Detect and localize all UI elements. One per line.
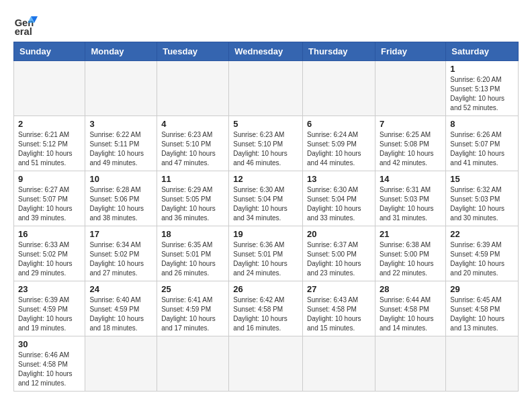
calendar-cell: 12Sunrise: 6:30 AM Sunset: 5:04 PM Dayli… <box>229 171 303 226</box>
day-info: Sunrise: 6:40 AM Sunset: 4:59 PM Dayligh… <box>89 295 152 333</box>
calendar-cell: 21Sunrise: 6:38 AM Sunset: 5:00 PM Dayli… <box>375 226 445 281</box>
calendar-cell: 8Sunrise: 6:26 AM Sunset: 5:07 PM Daylig… <box>446 116 519 171</box>
calendar-cell: 25Sunrise: 6:41 AM Sunset: 4:59 PM Dayli… <box>157 281 229 336</box>
svg-text:eral: eral <box>15 26 32 35</box>
weekday-thursday: Thursday <box>303 42 375 61</box>
day-info: Sunrise: 6:39 AM Sunset: 4:59 PM Dayligh… <box>18 295 81 333</box>
day-info: Sunrise: 6:38 AM Sunset: 5:00 PM Dayligh… <box>380 240 441 278</box>
day-info: Sunrise: 6:45 AM Sunset: 4:58 PM Dayligh… <box>450 295 514 333</box>
calendar-cell: 29Sunrise: 6:45 AM Sunset: 4:58 PM Dayli… <box>446 281 519 336</box>
calendar-cell: 4Sunrise: 6:23 AM Sunset: 5:10 PM Daylig… <box>157 116 229 171</box>
day-number: 25 <box>161 284 224 294</box>
calendar-cell <box>375 336 445 392</box>
day-number: 3 <box>89 119 152 129</box>
day-number: 6 <box>307 119 371 129</box>
day-number: 4 <box>161 119 224 129</box>
day-number: 7 <box>380 119 441 129</box>
calendar-cell <box>303 61 375 116</box>
calendar-cell: 17Sunrise: 6:34 AM Sunset: 5:02 PM Dayli… <box>85 226 157 281</box>
calendar-cell: 2Sunrise: 6:21 AM Sunset: 5:12 PM Daylig… <box>14 116 85 171</box>
day-info: Sunrise: 6:21 AM Sunset: 5:12 PM Dayligh… <box>18 130 81 168</box>
day-number: 1 <box>450 64 514 74</box>
day-info: Sunrise: 6:29 AM Sunset: 5:05 PM Dayligh… <box>161 185 224 223</box>
day-number: 15 <box>450 174 514 184</box>
calendar-week-6: 30Sunrise: 6:46 AM Sunset: 4:58 PM Dayli… <box>14 336 519 392</box>
header: Gen eral <box>13 11 519 35</box>
calendar-cell: 7Sunrise: 6:25 AM Sunset: 5:08 PM Daylig… <box>375 116 445 171</box>
calendar-cell: 20Sunrise: 6:37 AM Sunset: 5:00 PM Dayli… <box>303 226 375 281</box>
page: Gen eral SundayMondayTuesdayWednesdayThu… <box>0 0 532 402</box>
calendar-cell: 9Sunrise: 6:27 AM Sunset: 5:07 PM Daylig… <box>14 171 85 226</box>
calendar-cell: 10Sunrise: 6:28 AM Sunset: 5:06 PM Dayli… <box>85 171 157 226</box>
weekday-monday: Monday <box>85 42 157 61</box>
weekday-saturday: Saturday <box>446 42 519 61</box>
day-info: Sunrise: 6:27 AM Sunset: 5:07 PM Dayligh… <box>18 185 81 223</box>
day-number: 11 <box>161 174 224 184</box>
day-number: 13 <box>307 174 371 184</box>
calendar-cell: 22Sunrise: 6:39 AM Sunset: 4:59 PM Dayli… <box>446 226 519 281</box>
day-number: 27 <box>307 284 371 294</box>
day-info: Sunrise: 6:23 AM Sunset: 5:10 PM Dayligh… <box>233 130 298 168</box>
calendar-cell: 19Sunrise: 6:36 AM Sunset: 5:01 PM Dayli… <box>229 226 303 281</box>
day-number: 2 <box>18 119 81 129</box>
day-info: Sunrise: 6:25 AM Sunset: 5:08 PM Dayligh… <box>380 130 441 168</box>
day-number: 10 <box>89 174 152 184</box>
calendar-cell <box>229 61 303 116</box>
calendar-week-2: 2Sunrise: 6:21 AM Sunset: 5:12 PM Daylig… <box>14 116 519 171</box>
logo-icon: Gen eral <box>13 11 38 35</box>
day-info: Sunrise: 6:33 AM Sunset: 5:02 PM Dayligh… <box>18 240 81 278</box>
day-info: Sunrise: 6:30 AM Sunset: 5:04 PM Dayligh… <box>233 185 298 223</box>
day-number: 20 <box>307 229 371 239</box>
weekday-wednesday: Wednesday <box>229 42 303 61</box>
calendar-cell: 13Sunrise: 6:30 AM Sunset: 5:04 PM Dayli… <box>303 171 375 226</box>
calendar-cell <box>14 61 85 116</box>
day-info: Sunrise: 6:26 AM Sunset: 5:07 PM Dayligh… <box>450 130 514 168</box>
calendar-cell: 16Sunrise: 6:33 AM Sunset: 5:02 PM Dayli… <box>14 226 85 281</box>
day-number: 22 <box>450 229 514 239</box>
calendar-cell: 30Sunrise: 6:46 AM Sunset: 4:58 PM Dayli… <box>14 336 85 392</box>
day-number: 18 <box>161 229 224 239</box>
day-number: 21 <box>380 229 441 239</box>
calendar-cell <box>157 61 229 116</box>
day-number: 5 <box>233 119 298 129</box>
day-number: 26 <box>233 284 298 294</box>
day-info: Sunrise: 6:32 AM Sunset: 5:03 PM Dayligh… <box>450 185 514 223</box>
calendar-cell: 11Sunrise: 6:29 AM Sunset: 5:05 PM Dayli… <box>157 171 229 226</box>
calendar-cell <box>303 336 375 392</box>
calendar-cell <box>85 61 157 116</box>
day-info: Sunrise: 6:36 AM Sunset: 5:01 PM Dayligh… <box>233 240 298 278</box>
calendar-cell <box>85 336 157 392</box>
day-info: Sunrise: 6:39 AM Sunset: 4:59 PM Dayligh… <box>450 240 514 278</box>
day-info: Sunrise: 6:37 AM Sunset: 5:00 PM Dayligh… <box>307 240 371 278</box>
calendar-cell: 24Sunrise: 6:40 AM Sunset: 4:59 PM Dayli… <box>85 281 157 336</box>
calendar: SundayMondayTuesdayWednesdayThursdayFrid… <box>13 42 519 392</box>
calendar-cell: 23Sunrise: 6:39 AM Sunset: 4:59 PM Dayli… <box>14 281 85 336</box>
day-info: Sunrise: 6:30 AM Sunset: 5:04 PM Dayligh… <box>307 185 371 223</box>
day-info: Sunrise: 6:22 AM Sunset: 5:11 PM Dayligh… <box>89 130 152 168</box>
day-info: Sunrise: 6:31 AM Sunset: 5:03 PM Dayligh… <box>380 185 441 223</box>
day-number: 28 <box>380 284 441 294</box>
day-info: Sunrise: 6:41 AM Sunset: 4:59 PM Dayligh… <box>161 295 224 333</box>
day-info: Sunrise: 6:23 AM Sunset: 5:10 PM Dayligh… <box>161 130 224 168</box>
day-info: Sunrise: 6:43 AM Sunset: 4:58 PM Dayligh… <box>307 295 371 333</box>
calendar-cell: 15Sunrise: 6:32 AM Sunset: 5:03 PM Dayli… <box>446 171 519 226</box>
day-number: 14 <box>380 174 441 184</box>
day-info: Sunrise: 6:28 AM Sunset: 5:06 PM Dayligh… <box>89 185 152 223</box>
calendar-cell <box>446 336 519 392</box>
calendar-cell: 14Sunrise: 6:31 AM Sunset: 5:03 PM Dayli… <box>375 171 445 226</box>
day-number: 24 <box>89 284 152 294</box>
day-number: 30 <box>18 339 81 349</box>
day-number: 12 <box>233 174 298 184</box>
calendar-cell: 3Sunrise: 6:22 AM Sunset: 5:11 PM Daylig… <box>85 116 157 171</box>
day-info: Sunrise: 6:44 AM Sunset: 4:58 PM Dayligh… <box>380 295 441 333</box>
calendar-cell: 6Sunrise: 6:24 AM Sunset: 5:09 PM Daylig… <box>303 116 375 171</box>
logo: Gen eral <box>13 11 40 35</box>
weekday-header-row: SundayMondayTuesdayWednesdayThursdayFrid… <box>14 42 519 61</box>
day-info: Sunrise: 6:46 AM Sunset: 4:58 PM Dayligh… <box>18 351 81 388</box>
day-number: 8 <box>450 119 514 129</box>
calendar-cell <box>157 336 229 392</box>
calendar-week-5: 23Sunrise: 6:39 AM Sunset: 4:59 PM Dayli… <box>14 281 519 336</box>
day-number: 29 <box>450 284 514 294</box>
day-number: 16 <box>18 229 81 239</box>
day-info: Sunrise: 6:42 AM Sunset: 4:58 PM Dayligh… <box>233 295 298 333</box>
